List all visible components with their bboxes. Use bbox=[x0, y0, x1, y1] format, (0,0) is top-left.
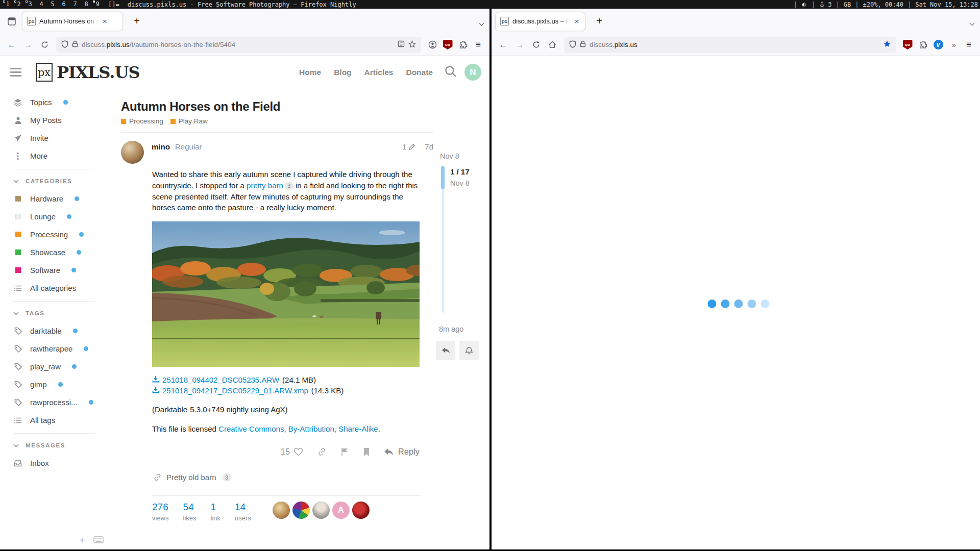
sidebar-item-topics[interactable]: Topics bbox=[13, 93, 118, 111]
sidebar-item-all-tags[interactable]: All tags bbox=[13, 411, 118, 429]
sidebar-item-more[interactable]: More bbox=[13, 147, 118, 165]
home-button[interactable] bbox=[545, 37, 560, 53]
sidebar-item-lounge[interactable]: Lounge bbox=[13, 208, 118, 226]
back-button[interactable]: ← bbox=[496, 37, 511, 53]
url-text[interactable]: discuss.pixls.us/t/autumn-horses-on-the-… bbox=[82, 41, 394, 48]
add-section-plus-icon[interactable]: + bbox=[79, 535, 85, 546]
timeline-handle[interactable] bbox=[441, 166, 445, 189]
sidebar-item-software[interactable]: Software bbox=[13, 261, 118, 279]
reload-button[interactable] bbox=[528, 37, 544, 53]
author-avatar[interactable] bbox=[121, 141, 144, 164]
tab-close-button[interactable]: × bbox=[575, 17, 579, 25]
participant-avatar[interactable] bbox=[352, 502, 370, 519]
reader-mode-icon[interactable] bbox=[398, 40, 405, 49]
sidebar-item-darktable[interactable]: darktable bbox=[13, 322, 118, 340]
landscape-photo[interactable] bbox=[152, 221, 420, 367]
list-tabs-chevron-icon[interactable] bbox=[970, 18, 974, 27]
tracking-shield-icon[interactable] bbox=[61, 40, 68, 49]
participant-avatar[interactable] bbox=[273, 502, 290, 519]
current-user-avatar[interactable]: N bbox=[464, 64, 481, 81]
sidebar-item-all-categories[interactable]: All categories bbox=[13, 279, 118, 297]
sidebar-item-invite[interactable]: Invite bbox=[13, 129, 118, 147]
new-tab-button[interactable]: + bbox=[592, 15, 606, 27]
url-bar[interactable]: discuss.pixls.us/t/autumn-horses-on-the-… bbox=[56, 37, 421, 53]
participant-avatar[interactable] bbox=[292, 502, 310, 519]
sidebar-item-rawprocessi[interactable]: rawprocessi... bbox=[13, 393, 118, 411]
back-button[interactable]: ← bbox=[4, 37, 19, 53]
flag-icon[interactable] bbox=[340, 447, 349, 457]
url-text[interactable]: discuss.pixls.us bbox=[590, 41, 879, 48]
browser-tab[interactable]: px discuss.pixls.us – F × bbox=[496, 12, 585, 31]
sidebar-item-play_raw[interactable]: play_raw bbox=[13, 358, 118, 375]
like-button[interactable]: 15 bbox=[281, 447, 303, 457]
sidebar-section-messages[interactable]: MESSAGES bbox=[13, 437, 118, 454]
post-age[interactable]: 7d bbox=[425, 142, 433, 151]
bookmark-icon[interactable] bbox=[363, 447, 370, 457]
nav-link-donate[interactable]: Donate bbox=[406, 68, 433, 77]
browser-tab[interactable]: px Autumn Horses on t × bbox=[22, 12, 122, 31]
new-tab-button[interactable]: + bbox=[130, 15, 144, 27]
inline-topic-link[interactable]: pretty barn bbox=[247, 181, 283, 190]
timeline-last-activity[interactable]: 8m ago bbox=[439, 325, 463, 333]
notification-bell-button[interactable] bbox=[459, 341, 479, 360]
stat-views[interactable]: 276views bbox=[152, 502, 169, 522]
nav-link-blog[interactable]: Blog bbox=[334, 68, 351, 77]
list-tabs-chevron-icon[interactable] bbox=[480, 18, 483, 27]
reply-button[interactable]: Reply bbox=[384, 447, 420, 457]
url-bar[interactable]: discuss.pixls.us bbox=[564, 37, 896, 53]
topic-title[interactable]: Autumn Horses on the Field bbox=[121, 99, 433, 114]
related-topic-row[interactable]: Pretty old barn 3 bbox=[152, 466, 420, 488]
account-icon[interactable] bbox=[425, 38, 439, 52]
menu-hamburger-icon[interactable]: ≡ bbox=[471, 38, 485, 52]
sidebar-item-inbox[interactable]: Inbox bbox=[13, 454, 118, 472]
lock-icon[interactable] bbox=[580, 40, 586, 49]
overflow-chevrons-icon[interactable]: » bbox=[946, 38, 961, 52]
sidebar-section-categories[interactable]: CATEGORIES bbox=[13, 172, 118, 190]
workspace-tag[interactable]: 4 bbox=[36, 0, 47, 9]
workspace-tag[interactable]: 7 bbox=[69, 0, 81, 9]
stat-link[interactable]: 1link bbox=[211, 502, 221, 522]
workspace-tag[interactable]: 1 bbox=[2, 0, 13, 9]
forward-button[interactable]: → bbox=[512, 37, 527, 53]
workspace-tag[interactable]: 5 bbox=[47, 0, 58, 9]
lock-icon[interactable] bbox=[72, 40, 78, 49]
attachment-link[interactable]: 251018_094402_DSC05235.ARW bbox=[162, 375, 279, 384]
ublock-origin-icon[interactable]: uo bbox=[440, 38, 455, 52]
workspace-tag[interactable]: 8 bbox=[81, 0, 92, 9]
ublock-origin-icon[interactable]: uo bbox=[900, 38, 915, 52]
bookmark-star-icon[interactable] bbox=[408, 40, 416, 49]
edit-count[interactable]: 1 bbox=[402, 142, 415, 151]
author-username[interactable]: mino bbox=[152, 142, 170, 151]
participant-avatar[interactable]: A bbox=[332, 502, 350, 519]
extensions-puzzle-icon[interactable] bbox=[916, 38, 930, 52]
timeline-reply-button[interactable] bbox=[436, 341, 455, 360]
workspace-tag[interactable]: 6 bbox=[58, 0, 69, 9]
share-link-icon[interactable] bbox=[317, 447, 327, 457]
sidebar-item-showcase[interactable]: Showcase bbox=[13, 243, 118, 261]
extensions-puzzle-icon[interactable] bbox=[456, 38, 470, 52]
reload-button[interactable] bbox=[37, 37, 52, 53]
timeline-start-date[interactable]: Nov 8 bbox=[440, 152, 459, 160]
tab-close-button[interactable]: × bbox=[103, 17, 107, 25]
sidebar-item-processing[interactable]: Processing bbox=[13, 226, 118, 243]
sidebar-item-hardware[interactable]: Hardware bbox=[13, 190, 118, 208]
workspace-list[interactable]: 123456789 bbox=[2, 0, 103, 9]
nav-link-home[interactable]: Home bbox=[299, 68, 321, 77]
keyboard-shortcuts-icon[interactable] bbox=[93, 536, 104, 545]
nav-link-articles[interactable]: Articles bbox=[364, 68, 394, 77]
stat-users[interactable]: 14users bbox=[235, 502, 251, 522]
license-link[interactable]: Creative Commons, By-Attribution, Share-… bbox=[218, 424, 378, 433]
sidebar-section-tags[interactable]: TAGS bbox=[13, 305, 118, 322]
vimium-extension-icon[interactable]: V bbox=[931, 38, 945, 52]
workspace-tag[interactable]: 9 bbox=[92, 0, 103, 9]
workspace-tag[interactable]: 2 bbox=[13, 0, 24, 9]
attachment-link[interactable]: 251018_094217_DSC05229_01.ARW.xmp bbox=[162, 386, 308, 395]
sidebar-toggle-icon[interactable] bbox=[10, 68, 21, 77]
bookmarked-star-icon[interactable] bbox=[883, 40, 891, 49]
menu-hamburger-icon[interactable]: ≡ bbox=[962, 38, 976, 52]
workspace-tag[interactable]: 3 bbox=[24, 0, 36, 9]
sidebar-item-my-posts[interactable]: My Posts bbox=[13, 111, 118, 129]
tracking-shield-icon[interactable] bbox=[569, 40, 576, 49]
topic-category-badge[interactable]: Processing bbox=[121, 117, 163, 125]
stat-likes[interactable]: 54likes bbox=[183, 502, 197, 522]
